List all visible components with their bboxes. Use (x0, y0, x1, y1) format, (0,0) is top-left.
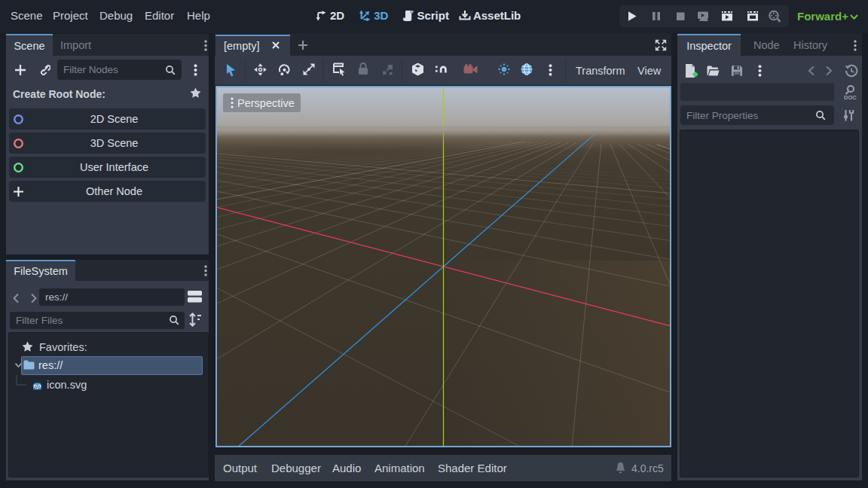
svg-text:DOC: DOC (844, 94, 857, 101)
